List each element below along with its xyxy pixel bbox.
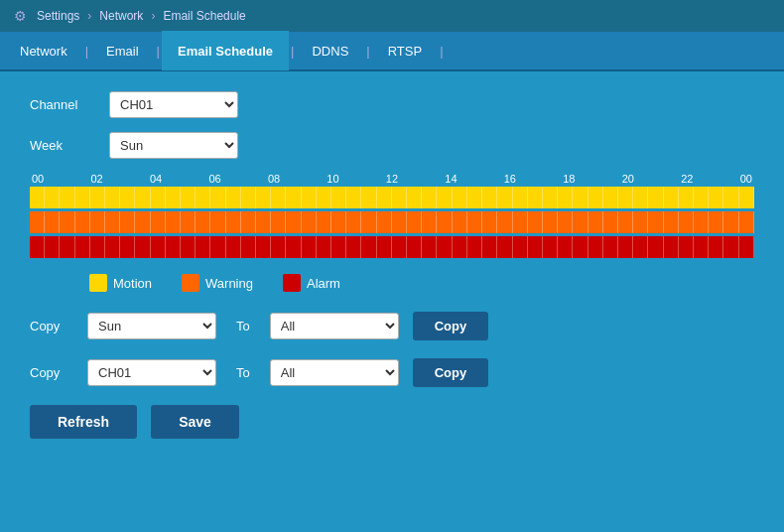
- timeline-cell[interactable]: [286, 187, 301, 208]
- timeline-cell[interactable]: [573, 187, 588, 208]
- timeline-cell[interactable]: [422, 211, 437, 233]
- timeline-cell[interactable]: [694, 236, 709, 258]
- timeline-cell[interactable]: [210, 187, 225, 208]
- timeline-cell[interactable]: [497, 211, 512, 233]
- timeline-cell[interactable]: [664, 187, 679, 208]
- copy-day-from-select[interactable]: SunMonTue WedThuFriSat: [87, 313, 216, 339]
- timeline-cell[interactable]: [30, 187, 45, 208]
- timeline-cell[interactable]: [422, 187, 437, 208]
- timeline-cell[interactable]: [90, 236, 105, 258]
- timeline-cell[interactable]: [346, 236, 361, 258]
- timeline-cell[interactable]: [422, 236, 437, 258]
- timeline-cell[interactable]: [30, 211, 45, 233]
- timeline-cell[interactable]: [361, 211, 376, 233]
- timeline-cell[interactable]: [467, 236, 482, 258]
- timeline-cell[interactable]: [302, 187, 317, 208]
- timeline-cell[interactable]: [271, 236, 286, 258]
- timeline-cell[interactable]: [558, 236, 573, 258]
- timeline-cell[interactable]: [256, 211, 271, 233]
- timeline-cell[interactable]: [723, 211, 738, 233]
- timeline-cell[interactable]: [467, 211, 482, 233]
- timeline-cell[interactable]: [648, 211, 663, 233]
- timeline-cell[interactable]: [437, 236, 452, 258]
- copy-ch-from-select[interactable]: CH01CH02CH03CH04: [87, 359, 216, 386]
- timeline-bar-warning[interactable]: [30, 211, 754, 233]
- timeline-cell[interactable]: [210, 236, 225, 258]
- timeline-cell[interactable]: [513, 211, 528, 233]
- timeline-cell[interactable]: [453, 211, 467, 233]
- timeline-cell[interactable]: [528, 236, 543, 258]
- timeline-cell[interactable]: [181, 236, 196, 258]
- timeline-cell[interactable]: [679, 236, 694, 258]
- refresh-button[interactable]: Refresh: [30, 405, 137, 439]
- timeline-cell[interactable]: [709, 236, 723, 258]
- timeline-cell[interactable]: [407, 187, 422, 208]
- timeline-cell[interactable]: [346, 187, 361, 208]
- week-select[interactable]: Sun Mon Tue Wed Thu Fri Sat: [109, 132, 238, 159]
- timeline-cell[interactable]: [543, 211, 558, 233]
- timeline-cell[interactable]: [618, 211, 633, 233]
- timeline-cell[interactable]: [482, 236, 497, 258]
- timeline-cell[interactable]: [664, 236, 679, 258]
- timeline-cell[interactable]: [331, 187, 346, 208]
- timeline-cell[interactable]: [573, 236, 588, 258]
- timeline-cell[interactable]: [453, 236, 467, 258]
- channel-select[interactable]: CH01 CH02 CH03 CH04: [109, 91, 238, 118]
- timeline-cell[interactable]: [302, 211, 317, 233]
- timeline-cell[interactable]: [75, 236, 90, 258]
- tab-ddns[interactable]: DDNS: [296, 31, 364, 70]
- timeline-cell[interactable]: [120, 187, 135, 208]
- bc-email-schedule[interactable]: Email Schedule: [163, 9, 245, 23]
- copy-day-to-select[interactable]: AllSunMonTue WedThuFriSat: [270, 313, 399, 339]
- timeline-cell[interactable]: [392, 211, 407, 233]
- timeline-cell[interactable]: [302, 236, 317, 258]
- copy-ch-button[interactable]: Copy: [413, 358, 489, 387]
- tab-rtsp[interactable]: RTSP: [372, 31, 438, 70]
- timeline-cell[interactable]: [694, 211, 709, 233]
- timeline-cell[interactable]: [166, 211, 181, 233]
- timeline-cell[interactable]: [573, 211, 588, 233]
- timeline-cell[interactable]: [377, 187, 392, 208]
- timeline-cell[interactable]: [739, 211, 754, 233]
- timeline-cell[interactable]: [467, 187, 482, 208]
- timeline-cell[interactable]: [497, 187, 512, 208]
- timeline-cell[interactable]: [392, 187, 407, 208]
- timeline-cell[interactable]: [497, 236, 512, 258]
- timeline-cell[interactable]: [105, 236, 120, 258]
- timeline-cell[interactable]: [739, 236, 754, 258]
- timeline-cell[interactable]: [694, 187, 709, 208]
- timeline-cell[interactable]: [135, 211, 150, 233]
- timeline-cell[interactable]: [709, 211, 723, 233]
- timeline-cell[interactable]: [75, 211, 90, 233]
- timeline-cell[interactable]: [45, 236, 60, 258]
- timeline-bar-motion[interactable]: [30, 187, 754, 208]
- save-button[interactable]: Save: [151, 405, 239, 439]
- timeline-cell[interactable]: [256, 187, 271, 208]
- timeline-cell[interactable]: [482, 187, 497, 208]
- timeline-cell[interactable]: [210, 211, 225, 233]
- timeline-cell[interactable]: [361, 187, 376, 208]
- timeline-cell[interactable]: [513, 187, 528, 208]
- timeline-cell[interactable]: [286, 236, 301, 258]
- timeline-cell[interactable]: [648, 187, 663, 208]
- timeline-cell[interactable]: [603, 211, 618, 233]
- timeline-cell[interactable]: [588, 187, 603, 208]
- timeline-cell[interactable]: [679, 211, 694, 233]
- timeline-cell[interactable]: [166, 187, 181, 208]
- timeline-bar-alarm[interactable]: [30, 236, 754, 258]
- timeline-cell[interactable]: [543, 236, 558, 258]
- tab-network[interactable]: Network: [4, 31, 83, 70]
- timeline-cell[interactable]: [588, 236, 603, 258]
- timeline-cell[interactable]: [286, 211, 301, 233]
- timeline-cell[interactable]: [558, 187, 573, 208]
- timeline-cell[interactable]: [196, 211, 210, 233]
- timeline-cell[interactable]: [75, 187, 90, 208]
- timeline-cell[interactable]: [196, 187, 210, 208]
- timeline-cell[interactable]: [241, 187, 256, 208]
- timeline-cell[interactable]: [633, 187, 648, 208]
- timeline-cell[interactable]: [588, 211, 603, 233]
- timeline-cell[interactable]: [30, 236, 45, 258]
- timeline-cell[interactable]: [90, 211, 105, 233]
- timeline-cell[interactable]: [603, 187, 618, 208]
- timeline-cell[interactable]: [181, 211, 196, 233]
